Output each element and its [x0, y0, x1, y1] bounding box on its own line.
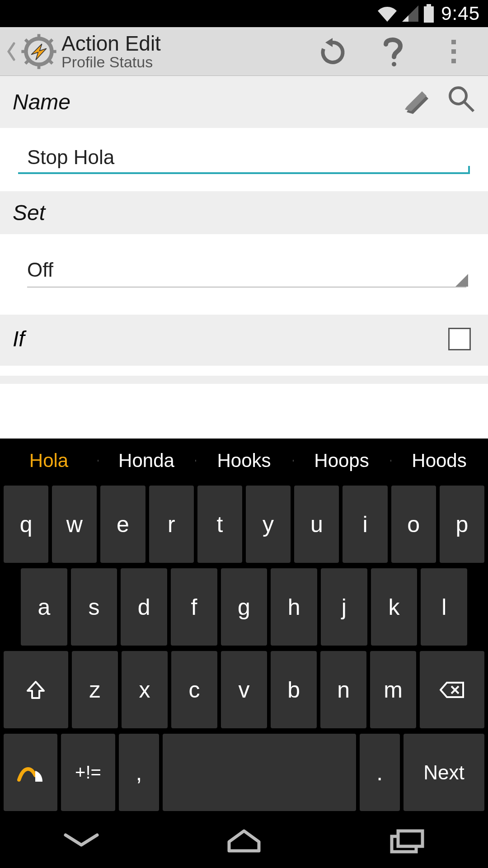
- nav-home-button[interactable]: [224, 827, 264, 854]
- key-d[interactable]: d: [121, 568, 167, 646]
- svg-rect-14: [451, 59, 456, 63]
- svg-rect-1: [424, 6, 434, 23]
- section-header-set: Set: [0, 191, 488, 234]
- app-logo-icon: [19, 32, 59, 71]
- back-button[interactable]: [3, 42, 19, 61]
- key-comma[interactable]: ,: [119, 734, 159, 811]
- svg-rect-3: [38, 34, 41, 39]
- svg-line-16: [465, 102, 474, 111]
- section-header-if: If: [0, 315, 488, 366]
- key-g[interactable]: g: [221, 568, 267, 646]
- key-u[interactable]: u: [294, 486, 339, 563]
- svg-rect-6: [51, 50, 56, 53]
- key-k[interactable]: k: [371, 568, 418, 646]
- undo-button[interactable]: [318, 37, 347, 66]
- key-p[interactable]: p: [440, 486, 484, 563]
- suggestion-2[interactable]: Honda: [98, 450, 195, 472]
- key-v[interactable]: v: [221, 651, 267, 728]
- key-symbols[interactable]: +!=: [61, 734, 115, 811]
- page-title: Action Edit: [61, 33, 161, 54]
- key-a[interactable]: a: [21, 568, 67, 646]
- name-input[interactable]: [18, 142, 470, 174]
- svg-rect-0: [427, 4, 431, 6]
- svg-rect-12: [451, 40, 456, 44]
- key-c[interactable]: c: [171, 651, 217, 728]
- key-z[interactable]: z: [72, 651, 118, 728]
- key-i[interactable]: i: [343, 486, 387, 563]
- nav-recents-button[interactable]: [386, 827, 427, 854]
- status-bar: 9:45: [0, 0, 488, 27]
- key-j[interactable]: j: [321, 568, 367, 646]
- key-space[interactable]: [163, 734, 356, 811]
- key-r[interactable]: r: [149, 486, 194, 563]
- tag-edit-icon[interactable]: [404, 85, 433, 119]
- key-shift[interactable]: [4, 651, 68, 728]
- svg-rect-4: [38, 63, 41, 69]
- key-backspace[interactable]: [420, 651, 484, 728]
- content: Name Set Off If: [0, 76, 488, 384]
- key-y[interactable]: y: [246, 486, 291, 563]
- soft-keyboard: Hola Honda Hooks Hoops Hoods q w e r t y…: [0, 439, 488, 814]
- next-section-peek: [0, 376, 488, 384]
- page-subtitle: Profile Status: [61, 54, 161, 71]
- search-icon[interactable]: [447, 85, 475, 119]
- key-next[interactable]: Next: [404, 734, 484, 811]
- key-b[interactable]: b: [271, 651, 317, 728]
- name-label: Name: [13, 90, 70, 114]
- key-x[interactable]: x: [122, 651, 168, 728]
- svg-rect-18: [398, 831, 422, 846]
- status-icons: [377, 4, 435, 23]
- if-label: If: [13, 326, 25, 351]
- suggestion-1[interactable]: Hola: [0, 450, 98, 472]
- svg-rect-13: [451, 49, 456, 54]
- key-w[interactable]: w: [52, 486, 97, 563]
- svg-point-15: [450, 88, 466, 104]
- overflow-menu-button[interactable]: [439, 37, 468, 66]
- suggestion-4[interactable]: Hoops: [293, 450, 390, 472]
- svg-point-11: [392, 62, 396, 66]
- key-q[interactable]: q: [4, 486, 48, 563]
- system-nav-bar: [0, 814, 488, 868]
- key-swype[interactable]: [4, 734, 57, 811]
- set-spinner[interactable]: Off: [27, 247, 466, 288]
- battery-icon: [423, 4, 435, 23]
- title-block: Action Edit Profile Status: [61, 33, 161, 71]
- key-e[interactable]: e: [100, 486, 145, 563]
- section-header-name: Name: [0, 76, 488, 128]
- key-m[interactable]: m: [370, 651, 416, 728]
- key-l[interactable]: l: [421, 568, 467, 646]
- key-s[interactable]: s: [71, 568, 117, 646]
- action-bar: Action Edit Profile Status: [0, 27, 488, 76]
- signal-icon: [401, 5, 419, 23]
- help-button[interactable]: [379, 37, 408, 66]
- set-value-text: Off: [27, 259, 53, 281]
- if-checkbox[interactable]: [448, 328, 471, 350]
- wifi-icon: [377, 5, 398, 23]
- key-f[interactable]: f: [171, 568, 217, 646]
- key-t[interactable]: t: [197, 486, 242, 563]
- svg-rect-5: [21, 50, 27, 53]
- key-n[interactable]: n: [320, 651, 366, 728]
- suggestion-3[interactable]: Hooks: [195, 450, 293, 472]
- dropdown-indicator-icon: [455, 274, 468, 287]
- key-period[interactable]: .: [360, 734, 400, 811]
- suggestion-5[interactable]: Hoods: [390, 450, 488, 472]
- nav-back-button[interactable]: [61, 830, 102, 852]
- suggestion-bar: Hola Honda Hooks Hoops Hoods: [0, 439, 488, 483]
- status-time: 9:45: [441, 3, 480, 24]
- key-h[interactable]: h: [271, 568, 317, 646]
- key-o[interactable]: o: [391, 486, 436, 563]
- set-label: Set: [13, 200, 45, 225]
